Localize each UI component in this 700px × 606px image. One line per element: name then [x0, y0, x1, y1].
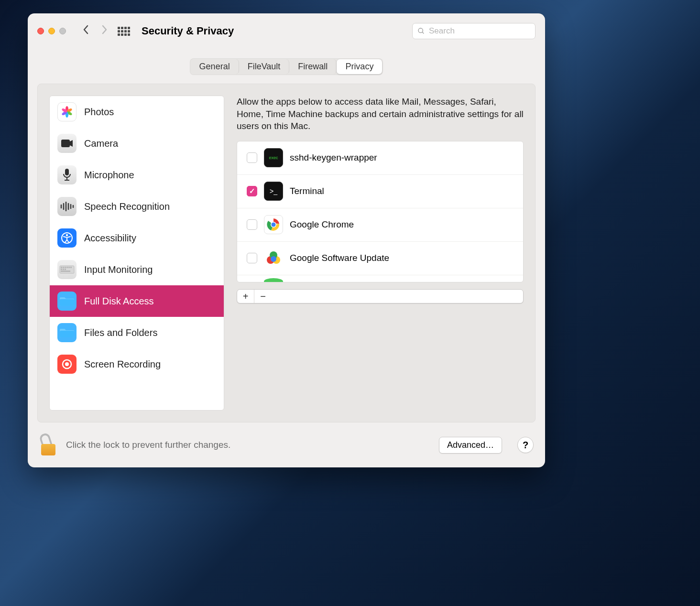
sidebar-item-label: Speech Recognition — [84, 201, 170, 212]
app-row-google-software-update[interactable]: Google Software Update — [237, 242, 523, 275]
advanced-button[interactable]: Advanced… — [439, 437, 502, 454]
sidebar-item-input-monitoring[interactable]: Input Monitoring — [50, 254, 224, 285]
tab-bar: General FileVault Firewall Privacy — [190, 58, 383, 75]
svg-point-38 — [272, 223, 276, 227]
svg-rect-22 — [61, 267, 62, 268]
sidebar-item-label: Accessibility — [84, 233, 136, 244]
sidebar-item-label: Input Monitoring — [84, 264, 153, 275]
toolbar: Security & Privacy — [28, 13, 545, 49]
content-area: General FileVault Firewall Privacy Photo… — [28, 49, 545, 422]
remove-app-button[interactable]: − — [254, 290, 272, 303]
app-list: exec sshd-keygen-wrapper >_ Terminal — [237, 141, 524, 282]
svg-rect-27 — [70, 267, 72, 268]
tab-firewall[interactable]: Firewall — [289, 59, 337, 74]
full-disk-access-icon — [57, 292, 77, 311]
add-app-button[interactable]: + — [237, 290, 254, 303]
svg-rect-28 — [61, 269, 62, 270]
sidebar-item-label: Microphone — [84, 170, 134, 181]
photos-icon — [57, 102, 77, 121]
sidebar-item-label: Files and Folders — [84, 327, 157, 338]
minimize-window-button[interactable] — [48, 28, 55, 34]
svg-rect-23 — [63, 267, 64, 268]
zoom-window-button[interactable] — [59, 28, 66, 34]
privacy-panel: Photos Camera Microphone — [37, 84, 536, 422]
sidebar-item-photos[interactable]: Photos — [50, 96, 224, 128]
svg-rect-24 — [65, 267, 66, 268]
svg-point-20 — [66, 234, 68, 236]
screen-recording-icon — [57, 355, 77, 374]
accessibility-icon — [57, 228, 77, 248]
svg-rect-26 — [68, 267, 70, 268]
terminal-exec-icon: exec — [264, 148, 283, 167]
tab-general[interactable]: General — [191, 59, 239, 74]
sidebar-item-label: Full Disk Access — [84, 296, 154, 307]
tab-privacy[interactable]: Privacy — [337, 59, 382, 74]
preferences-window: Security & Privacy General FileVault Fir… — [28, 13, 545, 467]
sidebar-item-microphone[interactable]: Microphone — [50, 159, 224, 191]
sidebar-item-full-disk-access[interactable]: Full Disk Access — [50, 285, 224, 317]
svg-point-0 — [418, 28, 423, 32]
sidebar-item-accessibility[interactable]: Accessibility — [50, 222, 224, 254]
category-list: Photos Camera Microphone — [49, 96, 224, 411]
detail-pane: Allow the apps below to access data like… — [237, 96, 524, 411]
svg-rect-9 — [61, 140, 70, 147]
google-software-update-icon — [264, 249, 283, 268]
add-remove-controls: + − — [237, 289, 524, 303]
svg-rect-10 — [65, 169, 69, 175]
help-button[interactable]: ? — [517, 437, 534, 453]
sidebar-item-screen-recording[interactable]: Screen Recording — [50, 348, 224, 380]
svg-rect-30 — [65, 269, 66, 270]
app-name: Google Software Update — [290, 253, 389, 263]
svg-point-35 — [65, 362, 69, 366]
svg-line-1 — [422, 32, 424, 33]
app-name: Google Chrome — [290, 219, 354, 230]
back-button[interactable] — [79, 25, 93, 37]
search-icon — [417, 27, 425, 35]
app-checkbox[interactable] — [247, 152, 257, 163]
microphone-icon — [57, 165, 77, 184]
description-text: Allow the apps below to access data like… — [237, 96, 524, 132]
app-name: Terminal — [290, 186, 324, 196]
app-checkbox[interactable] — [247, 253, 257, 263]
search-field[interactable] — [412, 23, 536, 39]
sidebar-item-label: Photos — [84, 107, 114, 118]
app-checkbox[interactable] — [247, 186, 257, 196]
sidebar-item-label: Screen Recording — [84, 359, 161, 370]
sidebar-item-camera[interactable]: Camera — [50, 128, 224, 159]
forward-button[interactable] — [98, 25, 111, 37]
app-row-sshd-keygen-wrapper[interactable]: exec sshd-keygen-wrapper — [237, 141, 523, 175]
files-and-folders-icon — [57, 323, 77, 342]
sidebar-item-speech-recognition[interactable]: Speech Recognition — [50, 191, 224, 222]
sidebar-item-files-and-folders[interactable]: Files and Folders — [50, 317, 224, 348]
tab-filevault[interactable]: FileVault — [239, 59, 290, 74]
camera-icon — [57, 134, 77, 153]
speech-recognition-icon — [57, 197, 77, 216]
lock-icon[interactable] — [39, 434, 57, 455]
svg-rect-25 — [66, 267, 68, 268]
app-row-partial[interactable] — [237, 275, 523, 282]
terminal-icon: >_ — [264, 182, 283, 201]
close-window-button[interactable] — [37, 28, 44, 34]
chrome-icon — [264, 215, 283, 234]
search-input[interactable] — [429, 26, 530, 36]
window-title: Security & Privacy — [142, 25, 234, 37]
svg-point-42 — [271, 256, 276, 262]
app-row-terminal[interactable]: >_ Terminal — [237, 175, 523, 208]
partial-app-icon — [264, 278, 283, 282]
sidebar-item-label: Camera — [84, 138, 118, 149]
footer: Click the lock to prevent further change… — [28, 422, 545, 467]
app-row-google-chrome[interactable]: Google Chrome — [237, 208, 523, 242]
input-monitoring-icon — [57, 260, 77, 279]
show-all-icon[interactable] — [118, 27, 130, 36]
svg-rect-29 — [63, 269, 64, 270]
svg-rect-31 — [61, 271, 70, 272]
app-name: sshd-keygen-wrapper — [290, 152, 377, 163]
svg-rect-32 — [60, 299, 74, 306]
lock-text: Click the lock to prevent further change… — [66, 440, 430, 450]
window-controls — [37, 28, 66, 34]
svg-rect-33 — [60, 331, 74, 337]
app-checkbox[interactable] — [247, 219, 257, 230]
